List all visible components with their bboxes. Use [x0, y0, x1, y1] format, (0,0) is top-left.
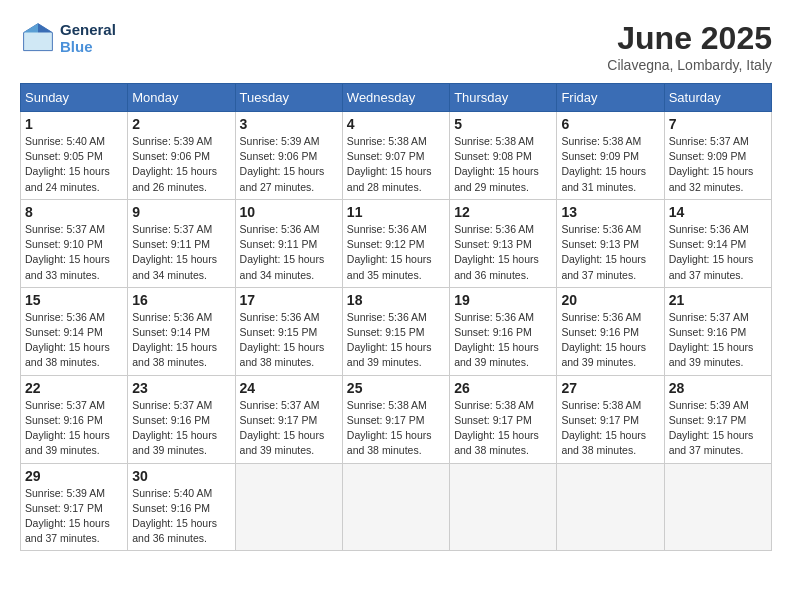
day-number: 11: [347, 204, 445, 220]
day-info: Sunrise: 5:38 AMSunset: 9:17 PMDaylight:…: [561, 398, 659, 459]
calendar-table: SundayMondayTuesdayWednesdayThursdayFrid…: [20, 83, 772, 551]
day-cell-2: 2Sunrise: 5:39 AMSunset: 9:06 PMDaylight…: [128, 112, 235, 200]
day-cell-25: 25Sunrise: 5:38 AMSunset: 9:17 PMDayligh…: [342, 375, 449, 463]
month-title: June 2025: [607, 20, 772, 57]
day-number: 20: [561, 292, 659, 308]
day-number: 28: [669, 380, 767, 396]
logo-icon: [20, 20, 56, 56]
day-cell-13: 13Sunrise: 5:36 AMSunset: 9:13 PMDayligh…: [557, 199, 664, 287]
weekday-header-wednesday: Wednesday: [342, 84, 449, 112]
day-number: 15: [25, 292, 123, 308]
day-cell-18: 18Sunrise: 5:36 AMSunset: 9:15 PMDayligh…: [342, 287, 449, 375]
day-number: 19: [454, 292, 552, 308]
day-number: 21: [669, 292, 767, 308]
day-info: Sunrise: 5:38 AMSunset: 9:17 PMDaylight:…: [454, 398, 552, 459]
day-info: Sunrise: 5:39 AMSunset: 9:06 PMDaylight:…: [132, 134, 230, 195]
day-number: 24: [240, 380, 338, 396]
week-row-3: 15Sunrise: 5:36 AMSunset: 9:14 PMDayligh…: [21, 287, 772, 375]
day-info: Sunrise: 5:37 AMSunset: 9:16 PMDaylight:…: [25, 398, 123, 459]
week-row-1: 1Sunrise: 5:40 AMSunset: 9:05 PMDaylight…: [21, 112, 772, 200]
title-block: June 2025 Cilavegna, Lombardy, Italy: [607, 20, 772, 73]
weekday-header-friday: Friday: [557, 84, 664, 112]
day-info: Sunrise: 5:36 AMSunset: 9:15 PMDaylight:…: [240, 310, 338, 371]
day-info: Sunrise: 5:39 AMSunset: 9:17 PMDaylight:…: [669, 398, 767, 459]
empty-cell: [557, 463, 664, 551]
day-number: 16: [132, 292, 230, 308]
day-number: 9: [132, 204, 230, 220]
day-number: 25: [347, 380, 445, 396]
day-info: Sunrise: 5:36 AMSunset: 9:16 PMDaylight:…: [561, 310, 659, 371]
empty-cell: [235, 463, 342, 551]
day-cell-7: 7Sunrise: 5:37 AMSunset: 9:09 PMDaylight…: [664, 112, 771, 200]
day-number: 23: [132, 380, 230, 396]
day-info: Sunrise: 5:37 AMSunset: 9:16 PMDaylight:…: [132, 398, 230, 459]
day-cell-21: 21Sunrise: 5:37 AMSunset: 9:16 PMDayligh…: [664, 287, 771, 375]
empty-cell: [664, 463, 771, 551]
day-info: Sunrise: 5:38 AMSunset: 9:09 PMDaylight:…: [561, 134, 659, 195]
day-info: Sunrise: 5:36 AMSunset: 9:13 PMDaylight:…: [454, 222, 552, 283]
day-cell-12: 12Sunrise: 5:36 AMSunset: 9:13 PMDayligh…: [450, 199, 557, 287]
day-info: Sunrise: 5:39 AMSunset: 9:17 PMDaylight:…: [25, 486, 123, 547]
week-row-2: 8Sunrise: 5:37 AMSunset: 9:10 PMDaylight…: [21, 199, 772, 287]
day-number: 30: [132, 468, 230, 484]
day-cell-23: 23Sunrise: 5:37 AMSunset: 9:16 PMDayligh…: [128, 375, 235, 463]
day-cell-6: 6Sunrise: 5:38 AMSunset: 9:09 PMDaylight…: [557, 112, 664, 200]
day-cell-29: 29Sunrise: 5:39 AMSunset: 9:17 PMDayligh…: [21, 463, 128, 551]
empty-cell: [342, 463, 449, 551]
day-info: Sunrise: 5:37 AMSunset: 9:09 PMDaylight:…: [669, 134, 767, 195]
day-number: 14: [669, 204, 767, 220]
day-cell-15: 15Sunrise: 5:36 AMSunset: 9:14 PMDayligh…: [21, 287, 128, 375]
day-number: 27: [561, 380, 659, 396]
day-cell-30: 30Sunrise: 5:40 AMSunset: 9:16 PMDayligh…: [128, 463, 235, 551]
day-info: Sunrise: 5:40 AMSunset: 9:16 PMDaylight:…: [132, 486, 230, 547]
day-cell-20: 20Sunrise: 5:36 AMSunset: 9:16 PMDayligh…: [557, 287, 664, 375]
day-number: 2: [132, 116, 230, 132]
day-info: Sunrise: 5:36 AMSunset: 9:14 PMDaylight:…: [669, 222, 767, 283]
day-cell-10: 10Sunrise: 5:36 AMSunset: 9:11 PMDayligh…: [235, 199, 342, 287]
weekday-header-sunday: Sunday: [21, 84, 128, 112]
page-header: General Blue June 2025 Cilavegna, Lombar…: [20, 20, 772, 73]
weekday-header-row: SundayMondayTuesdayWednesdayThursdayFrid…: [21, 84, 772, 112]
day-info: Sunrise: 5:37 AMSunset: 9:10 PMDaylight:…: [25, 222, 123, 283]
week-row-4: 22Sunrise: 5:37 AMSunset: 9:16 PMDayligh…: [21, 375, 772, 463]
day-number: 1: [25, 116, 123, 132]
day-number: 18: [347, 292, 445, 308]
day-number: 6: [561, 116, 659, 132]
day-number: 13: [561, 204, 659, 220]
day-info: Sunrise: 5:36 AMSunset: 9:12 PMDaylight:…: [347, 222, 445, 283]
day-cell-5: 5Sunrise: 5:38 AMSunset: 9:08 PMDaylight…: [450, 112, 557, 200]
day-info: Sunrise: 5:38 AMSunset: 9:17 PMDaylight:…: [347, 398, 445, 459]
weekday-header-thursday: Thursday: [450, 84, 557, 112]
day-info: Sunrise: 5:36 AMSunset: 9:11 PMDaylight:…: [240, 222, 338, 283]
day-cell-26: 26Sunrise: 5:38 AMSunset: 9:17 PMDayligh…: [450, 375, 557, 463]
day-info: Sunrise: 5:39 AMSunset: 9:06 PMDaylight:…: [240, 134, 338, 195]
day-cell-19: 19Sunrise: 5:36 AMSunset: 9:16 PMDayligh…: [450, 287, 557, 375]
day-info: Sunrise: 5:37 AMSunset: 9:17 PMDaylight:…: [240, 398, 338, 459]
location-subtitle: Cilavegna, Lombardy, Italy: [607, 57, 772, 73]
day-info: Sunrise: 5:36 AMSunset: 9:16 PMDaylight:…: [454, 310, 552, 371]
day-number: 12: [454, 204, 552, 220]
day-info: Sunrise: 5:36 AMSunset: 9:14 PMDaylight:…: [132, 310, 230, 371]
day-info: Sunrise: 5:36 AMSunset: 9:15 PMDaylight:…: [347, 310, 445, 371]
week-row-5: 29Sunrise: 5:39 AMSunset: 9:17 PMDayligh…: [21, 463, 772, 551]
day-info: Sunrise: 5:38 AMSunset: 9:07 PMDaylight:…: [347, 134, 445, 195]
day-number: 3: [240, 116, 338, 132]
logo-text: General Blue: [60, 21, 116, 55]
day-info: Sunrise: 5:37 AMSunset: 9:11 PMDaylight:…: [132, 222, 230, 283]
day-cell-24: 24Sunrise: 5:37 AMSunset: 9:17 PMDayligh…: [235, 375, 342, 463]
day-cell-4: 4Sunrise: 5:38 AMSunset: 9:07 PMDaylight…: [342, 112, 449, 200]
day-cell-9: 9Sunrise: 5:37 AMSunset: 9:11 PMDaylight…: [128, 199, 235, 287]
day-cell-27: 27Sunrise: 5:38 AMSunset: 9:17 PMDayligh…: [557, 375, 664, 463]
day-number: 22: [25, 380, 123, 396]
day-number: 17: [240, 292, 338, 308]
logo: General Blue: [20, 20, 116, 56]
day-info: Sunrise: 5:40 AMSunset: 9:05 PMDaylight:…: [25, 134, 123, 195]
day-number: 26: [454, 380, 552, 396]
day-number: 4: [347, 116, 445, 132]
day-number: 29: [25, 468, 123, 484]
day-number: 10: [240, 204, 338, 220]
empty-cell: [450, 463, 557, 551]
day-cell-1: 1Sunrise: 5:40 AMSunset: 9:05 PMDaylight…: [21, 112, 128, 200]
day-cell-14: 14Sunrise: 5:36 AMSunset: 9:14 PMDayligh…: [664, 199, 771, 287]
weekday-header-saturday: Saturday: [664, 84, 771, 112]
